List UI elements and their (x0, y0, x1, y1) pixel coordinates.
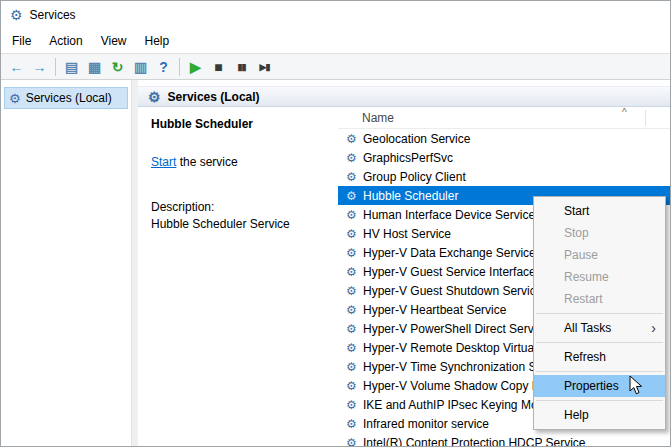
forward-button[interactable]: → (28, 56, 51, 78)
show-console-tree-button[interactable]: ▤ (60, 56, 83, 78)
menu-file[interactable]: File (3, 30, 40, 52)
context-menu-item-all-tasks[interactable]: All Tasks› (534, 317, 665, 339)
menu-bar: FileActionViewHelp (1, 29, 670, 53)
context-menu-separator (536, 400, 663, 401)
sort-ascending-icon: ^ (622, 103, 627, 123)
service-gear-icon: ⚙ (344, 266, 359, 278)
service-gear-icon: ⚙ (344, 342, 359, 354)
service-row-graphicsperfsvc[interactable]: ⚙GraphicsPerfSvc (338, 148, 670, 167)
service-gear-icon: ⚙ (344, 171, 359, 183)
service-row-intel-r-content-protection-hdcp-service[interactable]: ⚙Intel(R) Content Protection HDCP Servic… (338, 433, 670, 447)
column-divider[interactable] (645, 110, 646, 126)
selected-service-name: Hubble Scheduler (151, 117, 338, 131)
snapin-gear-icon: ⚙ (148, 90, 161, 104)
service-gear-icon: ⚙ (344, 437, 359, 447)
service-gear-icon: ⚙ (344, 418, 359, 430)
service-gear-icon: ⚙ (344, 247, 359, 259)
service-name: Intel(R) Content Protection HDCP Service (363, 436, 586, 447)
service-name: Group Policy Client (363, 170, 466, 184)
back-button[interactable]: ← (5, 56, 28, 78)
service-gear-icon: ⚙ (344, 361, 359, 373)
context-menu-item-refresh[interactable]: Refresh (534, 346, 665, 368)
refresh-button[interactable]: ↻ (106, 56, 129, 78)
service-gear-icon: ⚙ (344, 399, 359, 411)
description-text: Hubble Scheduler Service (151, 217, 338, 231)
console-tree-pane: ⚙ Services (Local) (1, 80, 131, 446)
submenu-arrow-icon: › (651, 317, 656, 339)
service-gear-icon: ⚙ (344, 209, 359, 221)
service-name: Hyper-V PowerShell Direct Service (363, 322, 549, 336)
description-label: Description: (151, 200, 338, 214)
context-menu-separator (536, 313, 663, 314)
export-list-button[interactable]: ▥ (129, 56, 152, 78)
mouse-cursor-icon (629, 375, 643, 399)
service-gear-icon: ⚙ (344, 190, 359, 202)
help-button[interactable]: ? (152, 56, 175, 78)
services-window: ⚙ Services FileActionViewHelp ←→▤▦↻▥?▶■▮… (0, 0, 671, 447)
context-menu-item-pause: Pause (534, 244, 665, 266)
context-menu-separator (536, 371, 663, 372)
menu-action[interactable]: Action (40, 30, 91, 52)
window-title: Services (30, 8, 76, 22)
tree-item-services-local[interactable]: ⚙ Services (Local) (4, 87, 128, 109)
service-gear-icon: ⚙ (344, 152, 359, 164)
app-gear-icon: ⚙ (10, 8, 23, 22)
column-label: Name (338, 111, 394, 125)
service-gear-icon: ⚙ (344, 285, 359, 297)
service-gear-icon: ⚙ (344, 228, 359, 240)
service-row-geolocation-service[interactable]: ⚙Geolocation Service (338, 129, 670, 148)
context-menu: StartStopPauseResumeRestartAll Tasks›Ref… (533, 196, 666, 430)
service-name: Hubble Scheduler (363, 189, 458, 203)
service-name: Infrared monitor service (363, 417, 489, 431)
service-name: Human Interface Device Service (363, 208, 535, 222)
service-name: Hyper-V Guest Service Interface (363, 265, 536, 279)
services-gear-icon: ⚙ (9, 92, 21, 105)
context-menu-item-start[interactable]: Start (534, 200, 665, 222)
toolbar-separator (179, 58, 180, 76)
service-name: GraphicsPerfSvc (363, 151, 453, 165)
service-action-line: Start the service (151, 155, 338, 169)
service-name: Hyper-V Guest Shutdown Service (363, 284, 542, 298)
context-menu-item-resume: Resume (534, 266, 665, 288)
service-row-group-policy-client[interactable]: ⚙Group Policy Client (338, 167, 670, 186)
context-menu-item-restart: Restart (534, 288, 665, 310)
start-service-link[interactable]: Start (151, 155, 176, 169)
snapin-header-title: Services (Local) (168, 90, 260, 104)
start-service-button[interactable]: ▶ (184, 56, 207, 78)
action-suffix: the service (176, 155, 237, 169)
context-menu-item-stop: Stop (534, 222, 665, 244)
service-name: Hyper-V Data Exchange Service (363, 246, 536, 260)
pause-service-button[interactable]: ▮▮ (230, 56, 253, 78)
service-gear-icon: ⚙ (344, 133, 359, 145)
toolbar-separator (55, 58, 56, 76)
tree-item-label: Services (Local) (26, 91, 112, 105)
column-header-name[interactable]: Name ^ (338, 108, 670, 129)
service-name: Hyper-V Heartbeat Service (363, 303, 506, 317)
service-gear-icon: ⚙ (344, 380, 359, 392)
toolbar: ←→▤▦↻▥?▶■▮▮▶▮ (1, 53, 670, 80)
context-menu-separator (536, 342, 663, 343)
properties-button[interactable]: ▦ (83, 56, 106, 78)
menu-view[interactable]: View (92, 30, 136, 52)
stop-service-button[interactable]: ■ (207, 56, 230, 78)
menu-help[interactable]: Help (136, 30, 179, 52)
extended-view-panel: Hubble Scheduler Start the service Descr… (138, 108, 338, 446)
title-bar: ⚙ Services (1, 1, 670, 29)
service-name: Geolocation Service (363, 132, 470, 146)
snapin-header: ⚙ Services (Local) (138, 86, 670, 107)
restart-service-button[interactable]: ▶▮ (253, 56, 276, 78)
service-gear-icon: ⚙ (344, 304, 359, 316)
pane-splitter[interactable] (131, 80, 138, 446)
service-gear-icon: ⚙ (344, 323, 359, 335)
service-name: HV Host Service (363, 227, 451, 241)
context-menu-item-properties[interactable]: Properties (534, 375, 665, 397)
context-menu-item-help[interactable]: Help (534, 404, 665, 426)
